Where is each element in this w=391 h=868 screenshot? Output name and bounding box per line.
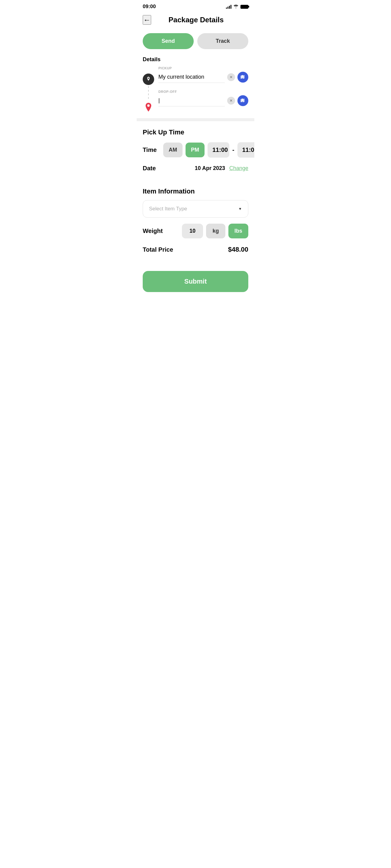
end-time[interactable]: 11:00 <box>238 142 254 158</box>
pickup-map-button[interactable] <box>238 72 248 83</box>
dropoff-map-icon <box>143 102 154 113</box>
dropoff-clear-button[interactable]: ✕ <box>227 97 235 104</box>
kg-button[interactable]: kg <box>206 224 225 239</box>
dropoff-row: ✕ <box>159 95 248 108</box>
weight-row: Weight 10 kg lbs <box>143 224 248 239</box>
location-fields: PICKUP My current location ✕ DROP-OFF <box>159 66 248 113</box>
item-info-section: Item Information Select Item Type ▼ Weig… <box>137 187 254 268</box>
signal-icon <box>226 4 231 9</box>
time-label: Time <box>143 147 158 153</box>
pickup-field: PICKUP My current location ✕ <box>159 66 248 85</box>
location-section: PICKUP My current location ✕ DROP-OFF <box>137 66 254 118</box>
start-time[interactable]: 11:00 <box>207 142 229 158</box>
wifi-icon <box>233 4 239 9</box>
status-icons <box>226 4 248 9</box>
status-bar: 09:00 <box>137 0 254 12</box>
tab-container: Send Track <box>137 30 254 55</box>
pickup-clear-button[interactable]: ✕ <box>227 73 235 81</box>
item-info-title: Item Information <box>143 187 248 195</box>
status-time: 09:00 <box>143 4 156 10</box>
dropoff-label: DROP-OFF <box>159 90 248 93</box>
dropdown-arrow-icon: ▼ <box>238 207 242 211</box>
total-price-value: $48.00 <box>228 246 248 253</box>
dropoff-input[interactable] <box>159 97 225 106</box>
dropoff-map-button[interactable] <box>238 95 248 106</box>
weight-label: Weight <box>143 227 179 235</box>
dropoff-field: DROP-OFF ✕ <box>159 90 248 108</box>
location-icons <box>143 66 154 113</box>
svg-point-2 <box>147 104 150 107</box>
lbs-button[interactable]: lbs <box>228 224 248 239</box>
date-label: Date <box>143 165 156 172</box>
total-price-label: Total Price <box>143 246 173 253</box>
dropdown-placeholder: Select Item Type <box>149 206 187 212</box>
date-right: 10 Apr 2023 Change <box>195 165 248 172</box>
pickup-time-title: Pick Up Time <box>143 128 248 136</box>
svg-rect-6 <box>241 99 242 102</box>
svg-point-1 <box>148 78 149 79</box>
price-row: Total Price $48.00 <box>143 246 248 253</box>
section-divider <box>137 118 254 121</box>
svg-rect-7 <box>242 98 243 101</box>
submit-section: Submit <box>137 268 254 301</box>
time-dash: - <box>232 147 234 153</box>
route-line <box>148 86 149 101</box>
battery-icon <box>241 5 248 9</box>
details-section-label: Details <box>137 55 254 66</box>
header: ← Package Details <box>137 12 254 30</box>
submit-button[interactable]: Submit <box>143 271 248 292</box>
date-value: 10 Apr 2023 <box>195 165 225 172</box>
am-button[interactable]: AM <box>163 143 183 157</box>
pickup-value[interactable]: My current location <box>159 74 225 83</box>
pickup-row: My current location ✕ <box>159 72 248 85</box>
pickup-label: PICKUP <box>159 66 248 70</box>
page-title: Package Details <box>156 16 236 24</box>
change-date-button[interactable]: Change <box>229 165 248 172</box>
item-type-dropdown[interactable]: Select Item Type ▼ <box>143 200 248 218</box>
pickup-time-section: Pick Up Time Time AM PM 11:00 - 11:00 Da… <box>137 121 254 187</box>
weight-value[interactable]: 10 <box>182 224 203 239</box>
date-row: Date 10 Apr 2023 Change <box>143 165 248 172</box>
back-button[interactable]: ← <box>143 15 151 25</box>
send-tab[interactable]: Send <box>143 33 194 49</box>
svg-rect-8 <box>243 99 244 102</box>
track-tab[interactable]: Track <box>197 33 248 49</box>
time-row: Time AM PM 11:00 - 11:00 <box>143 142 248 158</box>
pm-button[interactable]: PM <box>186 143 204 157</box>
pickup-icon <box>143 73 154 85</box>
